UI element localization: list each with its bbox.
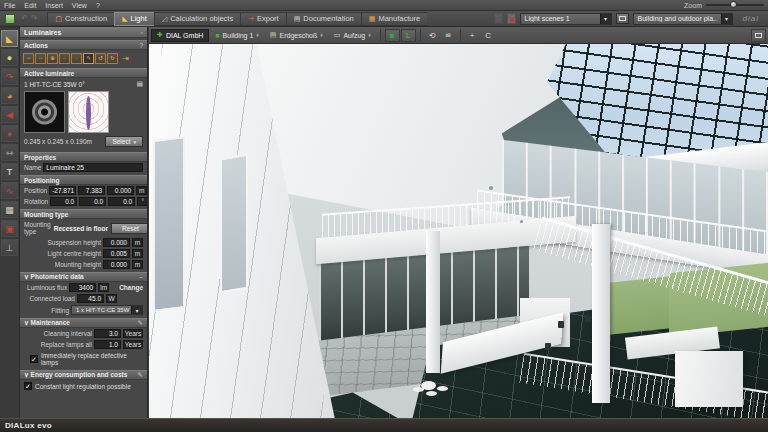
replace-defective-checkbox[interactable]: ✓ xyxy=(30,355,38,363)
arrangement-tool-icon[interactable]: ↷ xyxy=(1,68,18,85)
collapse-arrow-icon: ∨ xyxy=(24,273,29,280)
rotation-x-input[interactable]: 0.0 xyxy=(50,197,77,206)
light-scene-select[interactable]: Light scenes 1 ▾ xyxy=(520,13,612,25)
reset-button[interactable]: Reset xyxy=(111,223,148,234)
light-centre-height-input[interactable]: 0.005 xyxy=(103,249,130,258)
tab-site[interactable]: ✚ DIAL GmbH xyxy=(151,29,209,42)
energy-header[interactable]: ∨ Energy consumption and costs ✎ xyxy=(20,370,147,380)
luminaire-photo-thumbnail[interactable] xyxy=(24,91,65,133)
chevron-down-icon[interactable]: ▾ xyxy=(721,14,732,24)
light-scene-active-icon[interactable]: ■ xyxy=(385,29,400,42)
luminaires-panel: Luminaires ▫ Actions ? ◦◦ ◦◦ ⊕ ·· · ✎ ↺ … xyxy=(20,27,148,418)
refresh-view-icon[interactable]: ⟲ xyxy=(425,29,440,42)
pair-arrangement-icon[interactable]: ◦◦ xyxy=(23,53,34,64)
tab-floor[interactable]: ▤ Erdgeschoß ▾ xyxy=(265,29,328,42)
chevron-down-icon[interactable]: ▾ xyxy=(320,32,323,38)
light-scene-edit-icon[interactable] xyxy=(507,13,516,24)
circle-arrangement-icon[interactable]: ⊕ xyxy=(47,53,58,64)
panel-pin-icon[interactable]: ▫ xyxy=(141,29,143,36)
height-tool-icon[interactable]: ⊥ xyxy=(1,239,18,256)
mounting-height-input[interactable]: 0.000 xyxy=(103,260,130,269)
chevron-down-icon[interactable]: ▾ xyxy=(256,32,259,38)
view-mode-select[interactable]: Building and outdoor pla.. ▾ xyxy=(633,13,733,25)
menu-insert[interactable]: Insert xyxy=(45,2,63,9)
cleaning-interval-input[interactable]: 3.0 xyxy=(94,329,121,338)
place-tool-icon[interactable]: ✎ xyxy=(83,53,94,64)
light-group-icon[interactable]: L xyxy=(401,29,416,42)
edit-pencil-icon[interactable]: ✎ xyxy=(138,319,143,327)
move-view-icon[interactable]: + xyxy=(465,29,480,42)
fullscreen-monitor-icon[interactable] xyxy=(751,29,766,42)
zoom-slider-knob[interactable] xyxy=(730,1,737,8)
polyline-tool-icon[interactable]: ∿ xyxy=(1,182,18,199)
swatch-tool-icon[interactable]: ▦ xyxy=(1,201,18,218)
active-luminaire-header[interactable]: Active luminaire xyxy=(20,68,147,78)
tab-room[interactable]: ▭ Aufzug ▾ xyxy=(329,29,376,42)
lamp-tool-icon[interactable]: ● xyxy=(1,49,18,66)
single-luminaire-icon[interactable]: · xyxy=(71,53,82,64)
properties-header[interactable]: Properties xyxy=(20,152,147,162)
positioning-header[interactable]: Positioning xyxy=(20,175,147,185)
tab-construction[interactable]: ▢ Construction xyxy=(47,12,114,26)
redo-icon[interactable]: ↷ xyxy=(31,14,38,23)
tab-manufacture[interactable]: ▦ Manufacture xyxy=(361,12,427,26)
luminaires-tool-icon[interactable]: ◣ xyxy=(1,30,18,47)
position-z-input[interactable]: 0.000 xyxy=(107,186,134,195)
edit-pencil-icon[interactable]: ✎ xyxy=(138,371,143,379)
chevron-down-icon[interactable]: ▾ xyxy=(368,32,371,38)
chevron-down-icon[interactable]: ▾ xyxy=(600,14,611,24)
position-x-input[interactable]: -27.871 xyxy=(49,186,76,195)
mounting-type-header[interactable]: Mounting type xyxy=(20,209,147,219)
fitting-select[interactable]: 1 x HIT-TC-CE 35W ▾ xyxy=(71,305,143,315)
text-tool-icon[interactable]: T xyxy=(1,163,18,180)
menu-help[interactable]: ? xyxy=(96,2,100,9)
tab-documentation[interactable]: ▤ Documentation xyxy=(286,12,361,26)
change-link[interactable]: Change xyxy=(119,284,143,291)
name-row: Name Luminaire 25 xyxy=(20,162,147,173)
connected-load-input[interactable]: 45.0 xyxy=(77,294,104,303)
menu-file[interactable]: File xyxy=(4,2,15,9)
constant-light-checkbox[interactable]: ✓ xyxy=(24,382,32,390)
select-luminaire-button[interactable]: Select ▾ xyxy=(105,136,143,147)
light-scene-tool-icon[interactable] xyxy=(494,13,503,24)
tab-calculation-objects[interactable]: ◿ Calculation objects xyxy=(154,12,240,26)
maintenance-header[interactable]: ∨ Maintenance ✎ xyxy=(20,318,147,328)
save-icon[interactable] xyxy=(5,14,15,24)
line-arrangement-icon[interactable]: ◦◦ xyxy=(35,53,46,64)
apply-action-icon[interactable]: ⇥ xyxy=(119,52,132,64)
collapse-icon[interactable]: − xyxy=(139,274,143,281)
rotation-y-input[interactable]: 0.0 xyxy=(79,197,106,206)
polar-diagram-thumbnail[interactable] xyxy=(68,91,109,133)
tab-export[interactable]: ➔ Export xyxy=(240,12,286,26)
camera-view-icon[interactable]: C xyxy=(481,29,496,42)
rotate-right-icon[interactable]: ↻ xyxy=(107,53,118,64)
section-lines-icon[interactable]: ≌ xyxy=(441,29,456,42)
scene-preview-icon[interactable] xyxy=(616,13,629,24)
filter-colour-tool-icon[interactable]: ◕ xyxy=(1,87,18,104)
3d-viewport[interactable] xyxy=(149,44,768,418)
field-arrangement-icon[interactable]: ·· xyxy=(59,53,70,64)
position-y-input[interactable]: 7.383 xyxy=(78,186,105,195)
menu-edit[interactable]: Edit xyxy=(24,2,36,9)
light-distribution-tool-icon[interactable]: ◀ xyxy=(1,106,18,123)
undo-icon[interactable]: ↶ xyxy=(21,14,28,23)
dimension-tool-icon[interactable]: ⇿ xyxy=(1,144,18,161)
tab-building[interactable]: ■ Building 1 ▾ xyxy=(210,29,264,42)
left-tool-strip: ◣ ● ↷ ◕ ◀ ♦ ⇿ T ∿ ▦ ▣ ⊥ xyxy=(0,27,20,418)
catalogue-card-icon[interactable]: ▤ xyxy=(137,80,143,88)
luminous-flux-input[interactable]: 3400 xyxy=(69,283,96,292)
fitting-tool-icon[interactable]: ♦ xyxy=(1,125,18,142)
name-input[interactable]: Luminaire 25 xyxy=(43,163,143,172)
suspension-height-input[interactable]: 0.000 xyxy=(103,238,130,247)
rotate-left-icon[interactable]: ↺ xyxy=(95,53,106,64)
menu-view[interactable]: View xyxy=(72,2,87,9)
help-icon[interactable]: ? xyxy=(139,42,143,49)
replace-lamps-input[interactable]: 1.0 xyxy=(94,340,121,349)
actions-header[interactable]: Actions ? xyxy=(20,40,147,50)
image-tool-icon[interactable]: ▣ xyxy=(1,220,18,237)
photometric-data-header[interactable]: ∨ Photometric data − xyxy=(20,272,147,282)
zoom-slider[interactable] xyxy=(706,4,764,6)
rotation-z-input[interactable]: 0.0 xyxy=(108,197,135,206)
tab-light[interactable]: ◣ Light xyxy=(114,12,154,26)
mounting-type-value[interactable]: Recessed in floor xyxy=(54,225,108,232)
